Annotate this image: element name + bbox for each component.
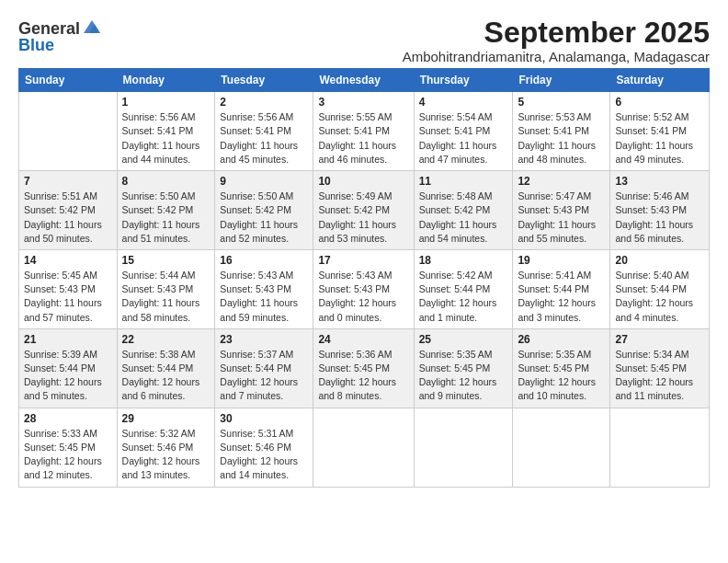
table-cell: 24Sunrise: 5:36 AM Sunset: 5:45 PM Dayli…	[313, 328, 414, 408]
table-cell: 25Sunrise: 5:35 AM Sunset: 5:45 PM Dayli…	[414, 328, 513, 408]
day-info: Sunrise: 5:45 AM Sunset: 5:43 PM Dayligh…	[24, 269, 112, 325]
day-number: 23	[220, 333, 308, 346]
table-cell: 15Sunrise: 5:44 AM Sunset: 5:43 PM Dayli…	[117, 249, 215, 328]
table-cell: 8Sunrise: 5:50 AM Sunset: 5:42 PM Daylig…	[117, 171, 215, 250]
day-info: Sunrise: 5:36 AM Sunset: 5:45 PM Dayligh…	[318, 348, 408, 404]
table-cell	[610, 408, 710, 487]
title-block: September 2025 Ambohitrandriamanitra, An…	[403, 17, 710, 64]
table-cell: 10Sunrise: 5:49 AM Sunset: 5:42 PM Dayli…	[313, 171, 414, 250]
day-info: Sunrise: 5:35 AM Sunset: 5:45 PM Dayligh…	[518, 348, 605, 404]
week-row-2: 7Sunrise: 5:51 AM Sunset: 5:42 PM Daylig…	[19, 171, 710, 250]
table-cell: 7Sunrise: 5:51 AM Sunset: 5:42 PM Daylig…	[19, 171, 118, 250]
table-cell: 16Sunrise: 5:43 AM Sunset: 5:43 PM Dayli…	[215, 249, 313, 328]
header-monday: Monday	[117, 69, 215, 92]
day-info: Sunrise: 5:52 AM Sunset: 5:41 PM Dayligh…	[615, 110, 704, 167]
header-thursday: Thursday	[414, 69, 513, 92]
table-cell: 4Sunrise: 5:54 AM Sunset: 5:41 PM Daylig…	[414, 92, 513, 171]
day-number: 11	[419, 175, 508, 188]
day-number: 27	[615, 333, 704, 346]
day-info: Sunrise: 5:42 AM Sunset: 5:44 PM Dayligh…	[419, 269, 508, 325]
table-cell: 22Sunrise: 5:38 AM Sunset: 5:44 PM Dayli…	[117, 328, 215, 408]
table-cell: 26Sunrise: 5:35 AM Sunset: 5:45 PM Dayli…	[513, 328, 610, 408]
day-info: Sunrise: 5:34 AM Sunset: 5:45 PM Dayligh…	[615, 348, 704, 404]
table-cell: 14Sunrise: 5:45 AM Sunset: 5:43 PM Dayli…	[19, 249, 118, 328]
table-cell: 1Sunrise: 5:56 AM Sunset: 5:41 PM Daylig…	[117, 92, 215, 171]
day-number: 25	[419, 333, 508, 346]
logo-icon	[82, 17, 102, 40]
location-title: Ambohitrandriamanitra, Analamanga, Madag…	[403, 49, 710, 64]
day-info: Sunrise: 5:33 AM Sunset: 5:45 PM Dayligh…	[24, 427, 112, 483]
day-info: Sunrise: 5:32 AM Sunset: 5:46 PM Dayligh…	[122, 427, 210, 483]
day-info: Sunrise: 5:38 AM Sunset: 5:44 PM Dayligh…	[122, 348, 210, 404]
day-number: 12	[518, 175, 605, 188]
day-info: Sunrise: 5:49 AM Sunset: 5:42 PM Dayligh…	[318, 190, 408, 246]
day-info: Sunrise: 5:44 AM Sunset: 5:43 PM Dayligh…	[122, 269, 210, 325]
table-cell: 12Sunrise: 5:47 AM Sunset: 5:43 PM Dayli…	[513, 171, 610, 250]
day-info: Sunrise: 5:48 AM Sunset: 5:42 PM Dayligh…	[419, 190, 508, 246]
day-number: 26	[518, 333, 605, 346]
day-info: Sunrise: 5:54 AM Sunset: 5:41 PM Dayligh…	[419, 110, 508, 167]
table-cell: 5Sunrise: 5:53 AM Sunset: 5:41 PM Daylig…	[513, 92, 610, 171]
table-cell: 20Sunrise: 5:40 AM Sunset: 5:44 PM Dayli…	[610, 249, 710, 328]
day-info: Sunrise: 5:51 AM Sunset: 5:42 PM Dayligh…	[24, 190, 112, 246]
logo-blue: Blue	[18, 37, 54, 53]
week-row-5: 28Sunrise: 5:33 AM Sunset: 5:45 PM Dayli…	[19, 408, 710, 487]
logo-general: General	[18, 20, 80, 37]
table-cell: 19Sunrise: 5:41 AM Sunset: 5:44 PM Dayli…	[513, 249, 610, 328]
day-number: 17	[318, 254, 408, 267]
day-info: Sunrise: 5:40 AM Sunset: 5:44 PM Dayligh…	[615, 269, 704, 325]
day-number: 7	[24, 175, 112, 188]
weekday-header-row: Sunday Monday Tuesday Wednesday Thursday…	[19, 69, 710, 92]
table-cell: 11Sunrise: 5:48 AM Sunset: 5:42 PM Dayli…	[414, 171, 513, 250]
day-number: 19	[518, 254, 605, 267]
day-number: 28	[24, 412, 112, 425]
day-number: 3	[318, 96, 408, 109]
day-number: 5	[518, 96, 605, 109]
table-cell	[414, 408, 513, 487]
day-info: Sunrise: 5:43 AM Sunset: 5:43 PM Dayligh…	[318, 269, 408, 325]
header-tuesday: Tuesday	[215, 69, 313, 92]
week-row-1: 1Sunrise: 5:56 AM Sunset: 5:41 PM Daylig…	[19, 92, 710, 171]
day-number: 8	[122, 175, 210, 188]
day-number: 4	[419, 96, 508, 109]
table-cell: 27Sunrise: 5:34 AM Sunset: 5:45 PM Dayli…	[610, 328, 710, 408]
day-number: 2	[220, 96, 308, 109]
table-cell: 3Sunrise: 5:55 AM Sunset: 5:41 PM Daylig…	[313, 92, 414, 171]
calendar-table: Sunday Monday Tuesday Wednesday Thursday…	[18, 68, 710, 487]
header-friday: Friday	[513, 69, 610, 92]
header-wednesday: Wednesday	[313, 69, 414, 92]
table-cell	[513, 408, 610, 487]
table-cell	[313, 408, 414, 487]
day-info: Sunrise: 5:35 AM Sunset: 5:45 PM Dayligh…	[419, 348, 508, 404]
day-info: Sunrise: 5:50 AM Sunset: 5:42 PM Dayligh…	[122, 190, 210, 246]
table-cell: 6Sunrise: 5:52 AM Sunset: 5:41 PM Daylig…	[610, 92, 710, 171]
table-cell: 23Sunrise: 5:37 AM Sunset: 5:44 PM Dayli…	[215, 328, 313, 408]
day-info: Sunrise: 5:37 AM Sunset: 5:44 PM Dayligh…	[220, 348, 308, 404]
day-info: Sunrise: 5:56 AM Sunset: 5:41 PM Dayligh…	[220, 110, 308, 167]
day-info: Sunrise: 5:43 AM Sunset: 5:43 PM Dayligh…	[220, 269, 308, 325]
day-number: 16	[220, 254, 308, 267]
day-number: 20	[615, 254, 704, 267]
day-info: Sunrise: 5:47 AM Sunset: 5:43 PM Dayligh…	[518, 190, 605, 246]
table-cell	[19, 92, 118, 171]
header-saturday: Saturday	[610, 69, 710, 92]
day-info: Sunrise: 5:53 AM Sunset: 5:41 PM Dayligh…	[518, 110, 605, 167]
day-number: 24	[318, 333, 408, 346]
table-cell: 2Sunrise: 5:56 AM Sunset: 5:41 PM Daylig…	[215, 92, 313, 171]
day-number: 30	[220, 412, 308, 425]
table-cell: 21Sunrise: 5:39 AM Sunset: 5:44 PM Dayli…	[19, 328, 118, 408]
day-number: 14	[24, 254, 112, 267]
header: General Blue September 2025 Ambohitrandr…	[18, 17, 710, 64]
table-cell: 9Sunrise: 5:50 AM Sunset: 5:42 PM Daylig…	[215, 171, 313, 250]
day-number: 1	[122, 96, 210, 109]
page: General Blue September 2025 Ambohitrandr…	[0, 0, 728, 497]
day-number: 21	[24, 333, 112, 346]
table-cell: 28Sunrise: 5:33 AM Sunset: 5:45 PM Dayli…	[19, 408, 118, 487]
day-number: 10	[318, 175, 408, 188]
day-number: 18	[419, 254, 508, 267]
table-cell: 13Sunrise: 5:46 AM Sunset: 5:43 PM Dayli…	[610, 171, 710, 250]
day-info: Sunrise: 5:50 AM Sunset: 5:42 PM Dayligh…	[220, 190, 308, 246]
day-number: 22	[122, 333, 210, 346]
week-row-4: 21Sunrise: 5:39 AM Sunset: 5:44 PM Dayli…	[19, 328, 710, 408]
month-title: September 2025	[403, 17, 710, 49]
